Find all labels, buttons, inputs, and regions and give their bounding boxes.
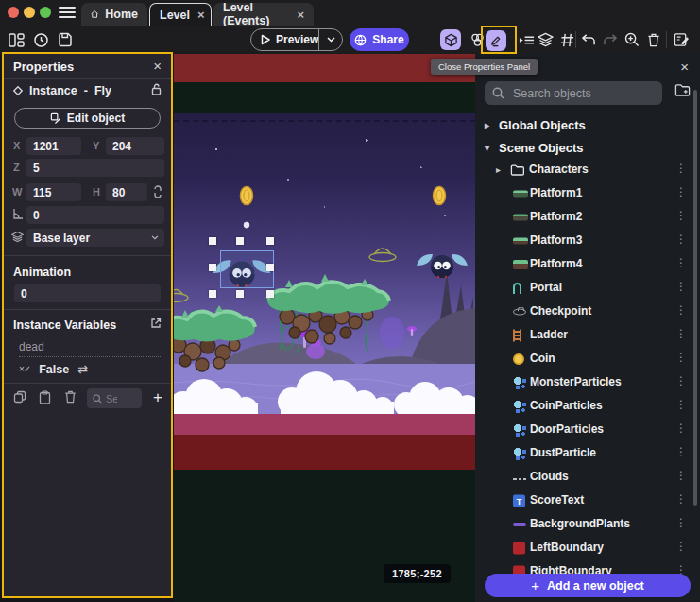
paste-icon[interactable]: [39, 390, 51, 404]
collapsed-arrow-icon[interactable]: ▸: [496, 164, 504, 175]
object-row-coinparticles[interactable]: CoinParticles ⋮: [475, 397, 700, 416]
kebab-menu-icon[interactable]: ⋮: [675, 232, 687, 246]
layers-icon[interactable]: [535, 29, 555, 50]
menu-icon[interactable]: [59, 7, 76, 19]
checkpoint-outline[interactable]: [174, 290, 188, 302]
group-global-objects[interactable]: ▸ Global Objects: [485, 118, 586, 132]
objects-search-box[interactable]: [485, 81, 662, 105]
layer-select[interactable]: Base layer: [26, 229, 164, 247]
tab-level-events[interactable]: Level (Events) ×: [213, 3, 314, 26]
resize-handle-bottom-right[interactable]: [266, 290, 274, 298]
object-row-coin[interactable]: Coin ⋮: [475, 350, 700, 369]
resize-handle-top-right[interactable]: [266, 237, 274, 245]
platform-instance[interactable]: [267, 274, 389, 353]
variable-name[interactable]: dead: [19, 340, 162, 357]
edit-events-sheet-icon[interactable]: [671, 29, 691, 50]
link-dimensions-icon[interactable]: [153, 185, 162, 198]
objects-close-icon[interactable]: ×: [680, 59, 689, 75]
kebab-menu-icon[interactable]: ⋮: [675, 445, 687, 458]
kebab-menu-icon[interactable]: ⋮: [675, 327, 687, 340]
add-folder-icon[interactable]: [674, 83, 691, 97]
window-zoom-button[interactable]: [40, 7, 51, 18]
properties-close-icon[interactable]: ×: [153, 58, 162, 74]
variable-value[interactable]: False: [39, 363, 69, 376]
variables-search-box[interactable]: Search: [87, 388, 142, 408]
angle-input[interactable]: [26, 206, 164, 224]
object-row-dustparticle[interactable]: DustParticle ⋮: [475, 444, 700, 463]
3d-box-tool-icon[interactable]: [440, 29, 461, 50]
coin-instance[interactable]: [241, 187, 253, 205]
object-row-platform2[interactable]: Platform2 ⋮: [475, 208, 700, 227]
toggle-value-icon[interactable]: ⇄: [77, 362, 88, 376]
object-row-monsterparticles[interactable]: MonsterParticles ⋮: [475, 373, 700, 392]
window-minimize-button[interactable]: [24, 7, 35, 18]
kebab-menu-icon[interactable]: ⋮: [675, 469, 687, 482]
y-input[interactable]: [106, 137, 164, 155]
grid-icon[interactable]: [556, 29, 577, 50]
edit-object-button[interactable]: Edit object: [14, 108, 161, 129]
object-row-ladder[interactable]: Ladder ⋮: [475, 326, 700, 345]
checkpoint-outline[interactable]: [369, 249, 396, 262]
kebab-menu-icon[interactable]: ⋮: [675, 398, 687, 411]
object-row-platform3[interactable]: Platform3 ⋮: [475, 232, 700, 250]
group-scene-objects[interactable]: ▾ Scene Objects: [485, 141, 584, 155]
panels-layout-icon[interactable]: [6, 29, 26, 50]
object-row-backgroundplants[interactable]: BackgroundPlants ⋮: [475, 515, 700, 534]
kebab-menu-icon[interactable]: ⋮: [675, 256, 687, 269]
tab-home[interactable]: Home: [81, 3, 147, 26]
kebab-menu-icon[interactable]: ⋮: [675, 351, 687, 364]
resize-handle-bottom-middle[interactable]: [236, 290, 244, 298]
expanded-arrow-icon[interactable]: ▾: [485, 143, 492, 153]
window-close-button[interactable]: [8, 7, 19, 18]
tab-level[interactable]: Level ×: [149, 3, 212, 26]
kebab-menu-icon[interactable]: ⋮: [675, 280, 687, 293]
objects-scrollbar[interactable]: [693, 90, 697, 506]
history-icon[interactable]: [30, 29, 51, 50]
coin-instance[interactable]: [434, 187, 446, 205]
object-row-checkpoint[interactable]: Checkpoint ⋮: [475, 302, 700, 321]
object-row-platform4[interactable]: Platform4 ⋮: [475, 255, 700, 274]
kebab-menu-icon[interactable]: ⋮: [675, 303, 687, 317]
add-variable-button[interactable]: +: [153, 388, 162, 407]
kebab-menu-icon[interactable]: ⋮: [675, 492, 687, 506]
animation-input[interactable]: [14, 284, 161, 302]
fly-monster-instance[interactable]: [417, 254, 468, 278]
object-row-characters[interactable]: ▸ Characters ⋮: [475, 161, 700, 180]
object-row-doorparticles[interactable]: DoorParticles ⋮: [475, 421, 700, 439]
x-input[interactable]: [26, 137, 81, 155]
kebab-menu-icon[interactable]: ⋮: [675, 374, 687, 387]
copy-icon[interactable]: [13, 390, 26, 404]
trash-icon[interactable]: [643, 29, 664, 50]
width-input[interactable]: [26, 183, 81, 201]
object-row-scoretext[interactable]: T ScoreText ⋮: [475, 491, 700, 510]
kebab-menu-icon[interactable]: ⋮: [675, 421, 687, 435]
z-input[interactable]: [26, 159, 164, 177]
undo-icon[interactable]: [578, 29, 599, 50]
trash-icon[interactable]: [64, 390, 77, 404]
collapsed-arrow-icon[interactable]: ▸: [485, 120, 492, 130]
add-new-object-button[interactable]: + Add a new object: [485, 574, 691, 597]
save-icon[interactable]: [55, 29, 76, 50]
objects-search-input[interactable]: [511, 86, 647, 101]
kebab-menu-icon[interactable]: ⋮: [675, 516, 687, 529]
resize-handle-top-middle[interactable]: [236, 237, 244, 245]
tab-level-close-icon[interactable]: ×: [197, 9, 205, 21]
preview-dropdown-button[interactable]: [318, 29, 342, 50]
lock-open-icon[interactable]: [151, 83, 162, 95]
redo-icon[interactable]: [600, 29, 621, 50]
resize-handle-middle-left[interactable]: [209, 264, 216, 271]
share-button[interactable]: Share: [350, 28, 409, 51]
resize-handle-middle-right[interactable]: [266, 264, 274, 271]
kebab-menu-icon[interactable]: ⋮: [675, 540, 687, 553]
preview-button[interactable]: Preview: [250, 28, 343, 51]
height-input[interactable]: [106, 183, 147, 201]
open-variables-editor-icon[interactable]: [150, 318, 162, 329]
scene-canvas[interactable]: 1785;-252: [174, 54, 475, 602]
zoom-in-icon[interactable]: [622, 29, 642, 50]
resize-handle-bottom-left[interactable]: [209, 290, 216, 298]
object-row-portal[interactable]: Portal ⋮: [475, 279, 700, 298]
object-row-clouds[interactable]: Clouds ⋮: [475, 468, 700, 487]
preview-button-main[interactable]: Preview: [251, 29, 318, 50]
kebab-menu-icon[interactable]: ⋮: [675, 162, 687, 175]
kebab-menu-icon[interactable]: ⋮: [675, 185, 687, 198]
